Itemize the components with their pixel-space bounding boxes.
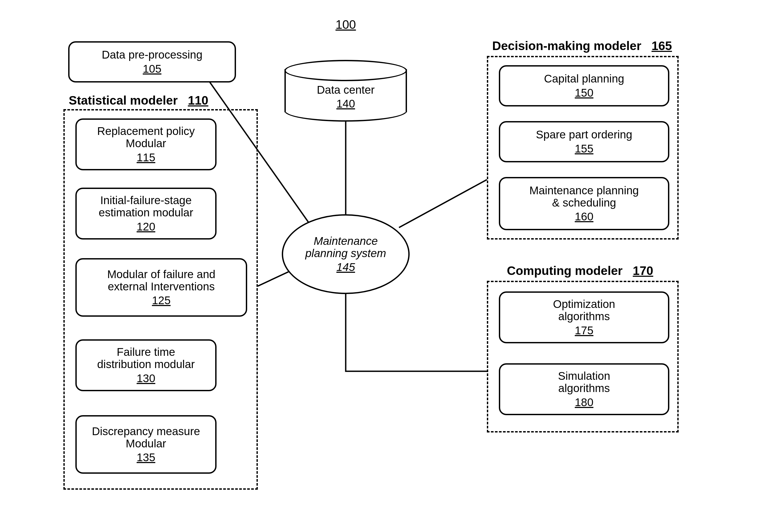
- box-label: Replacement policy Modular: [97, 125, 195, 150]
- box-id: 160: [575, 211, 594, 223]
- box-spare-part-ordering: Spare part ordering 155: [499, 121, 669, 162]
- box-initial-failure-stage: Initial-failure-stage estimation modular…: [75, 188, 217, 240]
- box-id: 155: [575, 143, 594, 155]
- box-label: Simulation algorithms: [558, 370, 610, 394]
- box-id: 105: [143, 63, 161, 75]
- svg-line-3: [399, 180, 487, 228]
- box-id: 150: [575, 87, 594, 99]
- box-failure-time-distribution: Failure time distribution modular 130: [75, 339, 217, 391]
- diagram-canvas: 100 Data pre-processing 105 Statistical …: [63, 17, 703, 507]
- box-data-preprocessing: Data pre-processing 105: [68, 41, 236, 83]
- group-title-computing: Computing modeler 170: [507, 263, 653, 278]
- box-id: 115: [137, 151, 155, 164]
- box-id: 120: [137, 221, 155, 233]
- box-label: Failure time distribution modular: [97, 346, 195, 370]
- group-statistical: Replacement policy Modular 115 Initial-f…: [63, 109, 258, 490]
- ellipse-id: 145: [336, 261, 355, 273]
- ellipse-label: Maintenance planning system: [305, 235, 386, 259]
- group-id: 165: [652, 39, 672, 53]
- box-optimization-algorithms: Optimization algorithms 175: [499, 291, 669, 343]
- group-id: 110: [188, 93, 208, 107]
- box-id: 125: [152, 294, 170, 307]
- group-title-text: Statistical modeler: [69, 93, 177, 107]
- group-title-statistical: Statistical modeler 110: [69, 93, 208, 108]
- group-decision: Capital planning 150 Spare part ordering…: [487, 56, 679, 240]
- ellipse-maintenance-planning-system: Maintenance planning system 145: [282, 214, 410, 294]
- group-computing: Optimization algorithms 175 Simulation a…: [487, 281, 679, 432]
- box-label: Modular of failure and external Interven…: [107, 268, 215, 293]
- cylinder-label: Data center: [317, 84, 374, 96]
- diagram-id-text: 100: [336, 18, 356, 31]
- group-title-text: Decision-making modeler: [492, 39, 641, 53]
- group-title-decision: Decision-making modeler 165: [492, 39, 672, 53]
- box-label: Maintenance planning & scheduling: [529, 184, 639, 209]
- box-id: 130: [137, 372, 155, 385]
- box-replacement-policy: Replacement policy Modular 115: [75, 118, 217, 170]
- box-id: 175: [575, 324, 594, 337]
- box-label: Spare part ordering: [536, 129, 632, 141]
- box-failure-external-interventions: Modular of failure and external Interven…: [75, 258, 247, 317]
- group-id: 170: [633, 264, 653, 278]
- box-discrepancy-measure: Discrepancy measure Modular 135: [75, 415, 217, 474]
- box-label: Discrepancy measure Modular: [92, 425, 200, 450]
- box-simulation-algorithms: Simulation algorithms 180: [499, 363, 669, 415]
- group-title-text: Computing modeler: [507, 264, 623, 278]
- box-label: Initial-failure-stage estimation modular: [99, 194, 194, 219]
- box-id: 180: [575, 396, 594, 409]
- box-id: 135: [137, 451, 155, 464]
- box-maintenance-planning-scheduling: Maintenance planning & scheduling 160: [499, 177, 669, 230]
- box-capital-planning: Capital planning 150: [499, 65, 669, 106]
- box-label: Capital planning: [544, 73, 624, 85]
- cylinder-data-center: Data center 140: [285, 60, 407, 122]
- cylinder-id: 140: [285, 98, 407, 110]
- box-label: Data pre-processing: [102, 49, 203, 61]
- diagram-id: 100: [332, 17, 359, 32]
- box-label: Optimization algorithms: [553, 298, 615, 323]
